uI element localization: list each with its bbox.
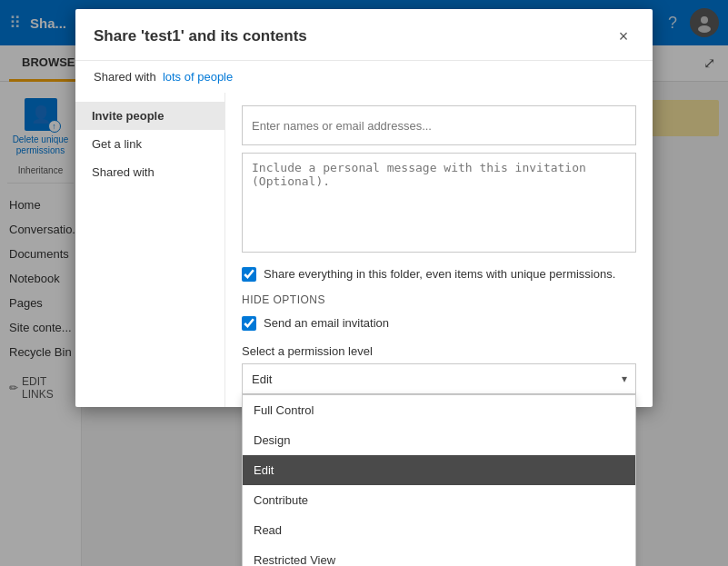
hide-options-link[interactable]: HIDE OPTIONS — [242, 293, 636, 306]
permission-select-wrapper: Full Control Design Edit Contribute Read… — [242, 363, 636, 394]
names-email-input[interactable] — [242, 105, 636, 145]
permission-level-label: Select a permission level — [242, 344, 636, 358]
send-email-checkbox[interactable] — [242, 316, 256, 331]
permission-select[interactable]: Full Control Design Edit Contribute Read… — [242, 363, 636, 394]
modal-right-content: Share everything in this folder, even it… — [225, 93, 653, 407]
modal-title: Share 'test1' and its contents — [94, 27, 307, 45]
send-email-label: Send an email invitation — [264, 315, 389, 332]
modal-header: Share 'test1' and its contents × — [75, 9, 653, 61]
dropdown-item-edit[interactable]: Edit — [243, 455, 635, 485]
dropdown-item-read[interactable]: Read — [243, 515, 635, 545]
permission-dropdown-menu: Full Control Design Edit Contribute Read… — [242, 394, 636, 566]
dropdown-item-restricted-view[interactable]: Restricted View — [243, 545, 635, 566]
share-everything-label: Share everything in this folder, even it… — [264, 266, 615, 283]
shared-with-subheader: Shared with lots of people — [75, 61, 653, 93]
leftnav-get-link[interactable]: Get a link — [75, 130, 224, 158]
share-modal: Share 'test1' and its contents × Shared … — [75, 9, 653, 407]
modal-left-nav: Invite people Get a link Shared with — [75, 93, 225, 407]
leftnav-shared-with[interactable]: Shared with — [75, 158, 224, 186]
shared-with-link[interactable]: lots of people — [163, 70, 233, 84]
dropdown-item-design[interactable]: Design — [243, 425, 635, 455]
share-everything-checkbox[interactable] — [242, 267, 256, 282]
modal-close-button[interactable]: × — [613, 25, 634, 47]
message-textarea[interactable] — [242, 153, 636, 253]
dropdown-item-full-control[interactable]: Full Control — [243, 395, 635, 425]
dropdown-item-contribute[interactable]: Contribute — [243, 485, 635, 515]
shared-with-prefix: Shared with — [94, 70, 156, 84]
leftnav-invite-people[interactable]: Invite people — [75, 102, 224, 130]
modal-body: Invite people Get a link Shared with Sha… — [75, 93, 653, 407]
share-everything-row: Share everything in this folder, even it… — [242, 266, 636, 283]
modal-overlay: Share 'test1' and its contents × Shared … — [0, 0, 728, 566]
send-email-row: Send an email invitation — [242, 315, 636, 332]
